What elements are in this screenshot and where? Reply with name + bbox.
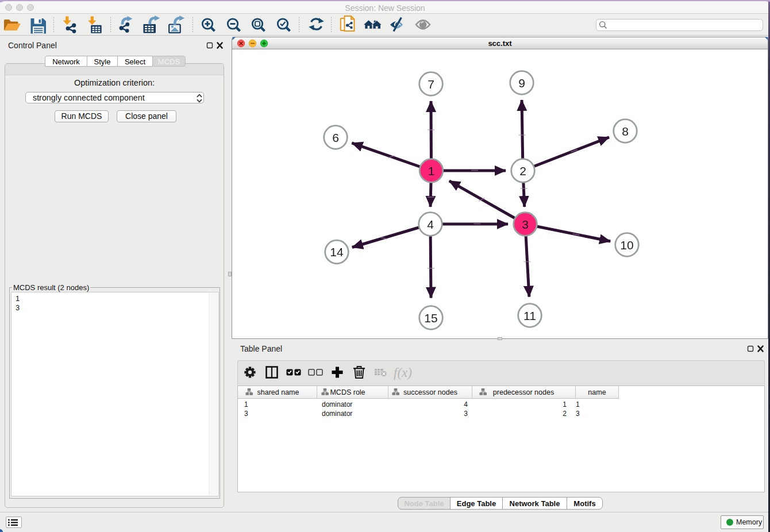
svg-text:f(x): f(x) (394, 365, 412, 380)
svg-text:2: 2 (519, 164, 526, 178)
svg-text:4: 4 (427, 218, 434, 231)
svg-text:7: 7 (428, 78, 434, 91)
svg-text:9: 9 (518, 76, 525, 90)
svg-text:3: 3 (522, 218, 529, 231)
svg-text:8: 8 (622, 125, 629, 138)
svg-text:11: 11 (523, 309, 536, 322)
svg-text:14: 14 (330, 245, 344, 259)
svg-text:6: 6 (332, 131, 339, 144)
svg-text:15: 15 (424, 311, 437, 325)
svg-text:10: 10 (620, 238, 633, 252)
svg-text:1: 1 (428, 164, 435, 178)
